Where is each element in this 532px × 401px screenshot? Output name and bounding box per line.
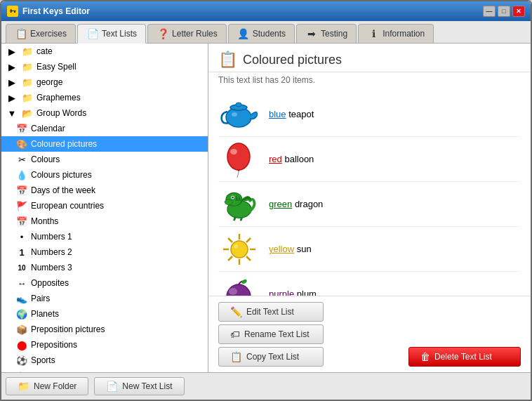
sidebar-label-colours-pictures: Colours pictures bbox=[31, 170, 92, 180]
sidebar-item-coloured-pictures[interactable]: 🎨 Coloured pictures bbox=[1, 136, 208, 152]
sidebar-item-graphemes[interactable]: ▶ 📁 Graphemes bbox=[1, 90, 208, 105]
sidebar-item-cate[interactable]: ▶ 📁 cate bbox=[1, 44, 208, 59]
numbers1-icon: • bbox=[15, 230, 28, 243]
george-arrow-icon: ▶ bbox=[6, 76, 18, 88]
numbers3-icon: 10 bbox=[15, 261, 28, 274]
tab-letter-rules[interactable]: ❓ Letter Rules bbox=[147, 24, 227, 43]
sports-icon: ⚽ bbox=[15, 354, 28, 367]
svg-line-24 bbox=[228, 256, 232, 261]
copy-icon: 📋 bbox=[230, 351, 242, 362]
sidebar-item-colours-pictures[interactable]: 💧 Colours pictures bbox=[1, 167, 208, 183]
sidebar-item-sports[interactable]: ⚽ Sports bbox=[1, 353, 208, 368]
days-icon: 📅 bbox=[15, 184, 28, 197]
edit-button-label: Edit Text List bbox=[246, 307, 294, 317]
preposition-pictures-icon: 📦 bbox=[15, 323, 28, 336]
app-icon: 🗝 bbox=[7, 6, 18, 17]
sun-svg bbox=[219, 231, 260, 268]
content-subtitle: This text list has 20 items. bbox=[208, 72, 531, 89]
sidebar-item-days-week[interactable]: 📅 Days of the week bbox=[1, 183, 208, 198]
list-item-balloon: red balloon bbox=[218, 137, 521, 182]
graphemes-folder-icon: 📁 bbox=[21, 91, 34, 104]
action-col-left: ✏️ Edit Text List 🏷 Rename Text List 📋 C… bbox=[218, 302, 324, 367]
svg-line-6 bbox=[237, 172, 239, 178]
svg-point-4 bbox=[227, 143, 250, 170]
sidebar-label-days: Days of the week bbox=[31, 185, 95, 195]
sun-text: yellow sun bbox=[269, 244, 312, 254]
svg-line-22 bbox=[246, 256, 251, 261]
window-title: First Keys Editor bbox=[22, 6, 90, 16]
sidebar-label-european: European countries bbox=[31, 201, 104, 211]
sidebar-label-numbers1: Numbers 1 bbox=[31, 232, 72, 242]
main-content: ▶ 📁 cate ▶ 📁 Easy Spell ▶ 📁 george ▶ 📁 G… bbox=[1, 44, 531, 372]
graphemes-arrow-icon: ▶ bbox=[6, 91, 18, 104]
tab-exercises[interactable]: 📋 Exercises bbox=[6, 24, 76, 43]
tab-testing-label: Testing bbox=[321, 29, 347, 39]
sidebar-item-opposites[interactable]: ↔ Opposites bbox=[1, 275, 208, 291]
sidebar-item-months[interactable]: 📅 Months bbox=[1, 213, 208, 229]
items-list: blue teapot bbox=[208, 89, 531, 296]
svg-point-28 bbox=[229, 288, 237, 295]
sidebar-item-easy-spell[interactable]: ▶ 📁 Easy Spell bbox=[1, 59, 208, 74]
tab-information[interactable]: ℹ Information bbox=[358, 24, 434, 43]
new-folder-icon: 📁 bbox=[18, 381, 29, 392]
information-icon: ℹ bbox=[367, 27, 380, 40]
sidebar-label-easy-spell: Easy Spell bbox=[36, 62, 77, 72]
sidebar-item-colours[interactable]: ✂ Colours bbox=[1, 152, 208, 167]
tab-testing[interactable]: ➡ Testing bbox=[296, 24, 357, 43]
minimize-button[interactable]: — bbox=[483, 6, 496, 17]
sidebar-label-sports: Sports bbox=[31, 355, 55, 365]
students-icon: 👤 bbox=[237, 27, 250, 40]
colours-pictures-icon: 💧 bbox=[15, 169, 28, 181]
main-window: 🗝 First Keys Editor — □ ✕ 📋 Exercises 📄 … bbox=[0, 0, 532, 401]
dragon-text: green dragon bbox=[269, 199, 323, 209]
months-icon: 📅 bbox=[15, 215, 28, 228]
tab-students-label: Students bbox=[253, 29, 286, 39]
list-item-sun: yellow sun bbox=[218, 227, 521, 272]
sidebar-label-opposites: Opposites bbox=[31, 278, 69, 288]
edit-text-list-button[interactable]: ✏️ Edit Text List bbox=[218, 302, 324, 322]
sidebar-label-colours: Colours bbox=[31, 155, 60, 164]
rename-text-list-button[interactable]: 🏷 Rename Text List bbox=[218, 324, 324, 344]
sidebar-item-numbers3[interactable]: 10 Numbers 3 bbox=[1, 260, 208, 275]
sidebar-item-calendar[interactable]: 📅 Calendar bbox=[1, 121, 208, 136]
sidebar-item-preposition-pictures[interactable]: 📦 Preposition pictures bbox=[1, 322, 208, 337]
delete-button-label: Delete Text List bbox=[434, 352, 492, 362]
sidebar-item-numbers1[interactable]: • Numbers 1 bbox=[1, 229, 208, 244]
new-text-list-button[interactable]: 📄 New Text List bbox=[94, 377, 184, 395]
sidebar-item-numbers2[interactable]: 1 Numbers 2 bbox=[1, 244, 208, 260]
teapot-color-word: blue bbox=[269, 109, 286, 119]
delete-text-list-button[interactable]: 🗑 Delete Text List bbox=[408, 347, 521, 367]
sidebar-label-planets: Planets bbox=[31, 309, 59, 319]
tab-students[interactable]: 👤 Students bbox=[228, 24, 295, 43]
sidebar-item-george[interactable]: ▶ 📁 george bbox=[1, 74, 208, 90]
sidebar-label-coloured-pictures: Coloured pictures bbox=[31, 139, 97, 149]
george-folder-icon: 📁 bbox=[21, 76, 34, 88]
balloon-image bbox=[218, 140, 260, 178]
content-title: Coloured pictures bbox=[243, 53, 342, 67]
sidebar-item-prepositions[interactable]: ⬤ Prepositions bbox=[1, 337, 208, 353]
group-words-folder-icon: 📂 bbox=[21, 107, 34, 119]
new-folder-button[interactable]: 📁 New Folder bbox=[6, 377, 88, 395]
svg-point-29 bbox=[241, 278, 247, 284]
sidebar-item-pairs[interactable]: 👟 Pairs bbox=[1, 291, 208, 306]
window-controls: — □ ✕ bbox=[483, 6, 525, 17]
tab-text-lists[interactable]: 📄 Text Lists bbox=[77, 24, 146, 44]
svg-line-15 bbox=[234, 216, 235, 221]
sidebar-label-pairs: Pairs bbox=[31, 294, 50, 303]
sidebar-label-graphemes: Graphemes bbox=[36, 93, 81, 103]
maximize-button[interactable]: □ bbox=[498, 6, 510, 17]
coloured-pictures-icon: 🎨 bbox=[15, 138, 28, 150]
list-item-plum: purple plum bbox=[218, 272, 521, 296]
svg-point-7 bbox=[230, 149, 237, 155]
svg-line-16 bbox=[241, 217, 242, 221]
sidebar-item-group-words[interactable]: ▼ 📂 Group Words bbox=[1, 105, 208, 121]
svg-point-25 bbox=[231, 241, 248, 258]
dragon-svg bbox=[219, 186, 260, 223]
numbers2-icon: 1 bbox=[15, 246, 28, 258]
sidebar-item-planets[interactable]: 🌍 Planets bbox=[1, 306, 208, 322]
prepositions-icon: ⬤ bbox=[15, 338, 28, 351]
sidebar-item-european[interactable]: 🚩 European countries bbox=[1, 198, 208, 213]
teapot-svg bbox=[219, 96, 260, 133]
copy-text-list-button[interactable]: 📋 Copy Text List bbox=[218, 347, 324, 367]
close-button[interactable]: ✕ bbox=[512, 6, 525, 17]
